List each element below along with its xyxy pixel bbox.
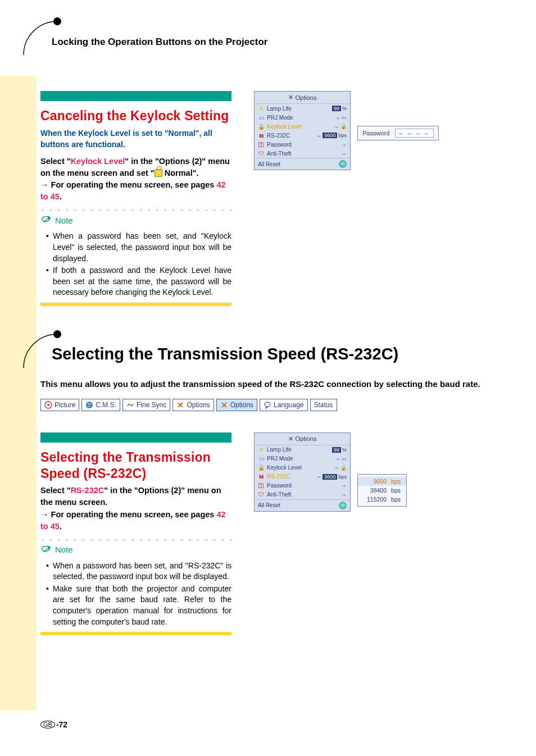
cross-reference: → For operating the menu screen, see pag…	[40, 509, 231, 532]
note-list: When a password has been set, and "Keylo…	[40, 231, 231, 298]
osd-row-password[interactable]: ⚿ Password →	[255, 481, 350, 490]
tab-picture[interactable]: Picture	[40, 399, 79, 411]
instruction-text: Select "Keylock Level" in the "Options (…	[40, 156, 231, 179]
osd-row-prj-mode[interactable]: ▭ PRJ Mode →▭	[255, 113, 350, 122]
arrow-icon: →	[341, 482, 347, 489]
osd-row-keylock[interactable]: 🔒 Keylock Level → 🔒	[255, 463, 350, 472]
unit: %	[342, 106, 347, 111]
arrow-icon: →	[335, 456, 340, 462]
bps-unit: bps	[391, 487, 401, 494]
osd-value: 9600	[322, 474, 337, 480]
osd-title-text: Options	[296, 94, 317, 101]
tab-label: Picture	[54, 401, 75, 409]
key-icon: ⚿	[258, 141, 265, 148]
reset-icon: ⟲	[339, 160, 347, 168]
list-item: When a password has been set, and "Keylo…	[47, 231, 231, 264]
note-label: Note	[55, 216, 73, 225]
svg-point-7	[90, 403, 91, 404]
lock-icon: 🔒	[258, 123, 265, 130]
screen-icon: ▭	[342, 115, 347, 120]
text: Normal".	[162, 168, 199, 177]
text: Select "	[40, 486, 71, 495]
osd-row-lamp-life[interactable]: ☀ Lamp Life 99 %	[255, 445, 350, 454]
tab-label: Status	[314, 401, 333, 409]
arrow-icon: →	[334, 464, 339, 471]
bps-unit: bps	[391, 478, 401, 485]
osd-value: 99	[332, 106, 341, 111]
osd-row-rs232c[interactable]: ▮▮ RS-232C →9600 bps	[255, 472, 350, 481]
note-icon	[40, 544, 53, 556]
arrow-icon: →	[316, 133, 321, 139]
heading-select-rs232c: Selecting the Transmission Speed (RS-232…	[40, 449, 231, 482]
tab-status[interactable]: Status	[310, 399, 337, 411]
tab-cms[interactable]: C.M.S.	[81, 399, 120, 411]
arrow-icon: →	[341, 151, 347, 157]
lock-icon: 🔒	[340, 124, 347, 129]
unit: %	[342, 447, 347, 453]
text: → For operating the menu screen, see pag…	[40, 510, 216, 519]
arrow-icon: →	[341, 491, 347, 498]
list-item: When a password has been set, and "RS-23…	[47, 561, 231, 582]
yellow-divider	[40, 303, 231, 306]
svg-point-4	[47, 404, 49, 406]
tools-icon	[220, 401, 228, 409]
osd-row-password[interactable]: ⚿ Password →	[255, 140, 350, 149]
svg-point-6	[88, 403, 89, 404]
projector-icon: ▭	[258, 456, 265, 462]
link-keylock-level[interactable]: Keylock Level	[71, 157, 125, 166]
tools-icon: ✕	[288, 435, 293, 443]
osd-value: 9600	[322, 133, 337, 138]
screen-icon: ▭	[342, 456, 347, 462]
reset-icon: ⟲	[339, 502, 347, 509]
osd-label: Lamp Life	[267, 447, 330, 453]
tab-label: Options	[187, 401, 210, 409]
svg-point-9	[265, 402, 270, 407]
bps-value: 38400	[370, 487, 387, 494]
arrow-icon: →	[335, 115, 340, 121]
osd-row-rs232c[interactable]: ▮▮ RS-232C →9600 bps	[255, 131, 350, 140]
osd-row-keylock[interactable]: 🔒 Keylock Level → 🔒	[255, 122, 350, 131]
password-label: Password	[362, 130, 389, 136]
tab-language[interactable]: Language	[260, 399, 307, 411]
palette-icon	[85, 401, 93, 409]
heading-transmission-speed: Selecting the Transmission Speed (RS-232…	[52, 345, 502, 363]
shield-icon: 🛡	[258, 491, 265, 498]
tools-icon	[176, 401, 184, 409]
list-item: If both a password and the Keylock Level…	[47, 265, 231, 298]
svg-point-2	[53, 330, 61, 338]
note-header: Note	[40, 544, 231, 556]
port-icon: ▮▮	[258, 132, 265, 139]
osd-row-antitheft[interactable]: 🛡 Anti-Theft →	[255, 490, 350, 499]
svg-point-5	[86, 402, 93, 408]
osd-reset-label: All Reset	[258, 161, 280, 167]
svg-point-0	[53, 17, 61, 25]
osd-all-reset[interactable]: All Reset ⟲	[255, 158, 350, 170]
bps-option[interactable]: 115200 bps	[358, 495, 406, 504]
page-number-value: -72	[56, 720, 67, 729]
osd-title: ✕ Options	[255, 92, 350, 104]
tab-options-1[interactable]: Options	[172, 399, 214, 411]
bps-option[interactable]: 38400 bps	[358, 486, 406, 495]
osd-row-lamp-life[interactable]: ☀ Lamp Life 99 %	[255, 104, 350, 113]
bps-option[interactable]: 9600 bps	[358, 477, 406, 486]
text: Select "	[40, 157, 71, 166]
osd-options-menu: ✕ Options ☀ Lamp Life 99 % ▭ PRJ Mode →▭	[254, 91, 351, 170]
arrow-icon: →	[334, 124, 339, 130]
unit: bps	[338, 133, 347, 138]
link-rs232c[interactable]: RS-232C	[71, 486, 105, 495]
osd-all-reset[interactable]: All Reset ⟲	[255, 499, 350, 511]
osd-reset-label: All Reset	[258, 502, 280, 508]
lamp-icon: ☀	[258, 105, 265, 112]
tab-options-2[interactable]: Options	[216, 399, 257, 411]
osd-options-menu: ✕ Options ☀ Lamp Life 99 % ▭ PRJ Mode →▭	[254, 432, 351, 512]
osd-row-antitheft[interactable]: 🛡 Anti-Theft →	[255, 149, 350, 158]
intro-text: When the Keylock Level is set to "Normal…	[40, 127, 231, 151]
password-field[interactable]: – – – –	[395, 129, 434, 138]
yellow-divider	[40, 632, 231, 635]
osd-label: PRJ Mode	[267, 115, 333, 121]
bps-submenu: 9600 bps 38400 bps 115200 bps	[357, 474, 407, 507]
osd-row-prj-mode[interactable]: ▭ PRJ Mode →▭	[255, 454, 350, 463]
tab-finesync[interactable]: Fine Sync	[122, 399, 170, 411]
text: .	[60, 522, 62, 531]
tab-label: Fine Sync	[137, 401, 166, 409]
